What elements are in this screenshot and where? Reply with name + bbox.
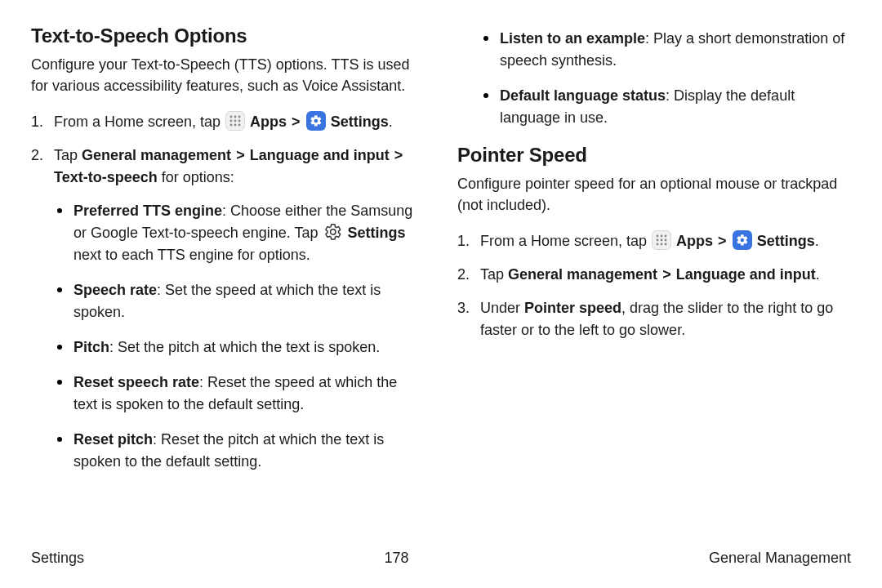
list-item: Default language status: Display the def…: [480, 85, 851, 129]
list-item: Preferred TTS engine: Choose either the …: [54, 200, 425, 266]
tts-step-2: Tap General management > Language and in…: [31, 145, 425, 473]
svg-point-15: [657, 243, 659, 246]
svg-point-10: [661, 235, 663, 238]
svg-point-2: [238, 116, 241, 118]
settings-gear-icon: [306, 111, 326, 131]
svg-point-4: [234, 120, 237, 122]
chevron-icon: >: [662, 266, 672, 283]
svg-point-12: [657, 239, 659, 242]
settings-label: Settings: [331, 114, 389, 130]
ps-step-2: Tap General management > Language and in…: [457, 264, 851, 286]
apps-label: Apps: [676, 233, 713, 249]
page-footer: Settings 178 General Management: [31, 550, 851, 567]
settings-label: Settings: [757, 233, 815, 249]
apps-label: Apps: [250, 114, 287, 130]
apps-icon: [225, 111, 245, 131]
settings-gear-icon: [733, 230, 752, 250]
svg-point-17: [665, 243, 667, 246]
pointer-speed-intro: Configure pointer speed for an optional …: [457, 173, 851, 216]
tts-options-continued: Listen to an example: Play a short demon…: [480, 28, 851, 129]
list-item: Reset speech rate: Reset the speed at wh…: [54, 372, 425, 416]
svg-point-0: [230, 116, 233, 118]
footer-page-number: 178: [384, 550, 408, 567]
chevron-icon: >: [291, 114, 301, 130]
list-item: Speech rate: Set the speed at which the …: [54, 279, 425, 323]
settings-outline-icon: [323, 222, 343, 242]
svg-point-1: [234, 116, 237, 118]
svg-point-16: [661, 243, 663, 246]
tts-options-list: Preferred TTS engine: Choose either the …: [54, 200, 425, 473]
svg-point-5: [238, 120, 241, 122]
svg-point-13: [661, 239, 663, 242]
svg-point-3: [230, 120, 233, 122]
list-item: Pitch: Set the pitch at which the text i…: [54, 336, 425, 359]
chevron-icon: >: [394, 147, 404, 163]
right-column: Listen to an example: Play a short demon…: [457, 24, 851, 486]
pointer-speed-steps: From a Home screen, tap Apps > Settings.…: [457, 230, 851, 341]
chevron-icon: >: [235, 147, 246, 163]
list-item: Reset pitch: Reset the pitch at which th…: [54, 429, 425, 473]
list-item: Listen to an example: Play a short demon…: [480, 28, 851, 72]
left-column: Text-to-Speech Options Configure your Te…: [31, 24, 425, 486]
svg-point-9: [657, 235, 659, 238]
footer-left: Settings: [31, 550, 84, 567]
content-columns: Text-to-Speech Options Configure your Te…: [31, 24, 851, 486]
ps-step-3: Under Pointer speed, drag the slider to …: [457, 297, 851, 341]
chevron-icon: >: [717, 233, 728, 249]
ps-step-1: From a Home screen, tap Apps > Settings.: [457, 230, 851, 252]
svg-point-14: [665, 239, 667, 242]
footer-right: General Management: [709, 550, 851, 567]
svg-point-7: [234, 124, 237, 127]
svg-point-6: [230, 124, 233, 127]
tts-steps: From a Home screen, tap Apps > Settings.…: [31, 111, 425, 473]
pointer-speed-heading: Pointer Speed: [457, 144, 851, 167]
svg-point-8: [238, 124, 241, 127]
tts-heading: Text-to-Speech Options: [31, 24, 425, 47]
tts-intro: Configure your Text-to-Speech (TTS) opti…: [31, 54, 425, 96]
tts-step-1: From a Home screen, tap Apps > Settings.: [31, 111, 425, 133]
svg-point-11: [665, 235, 667, 238]
apps-icon: [652, 230, 671, 250]
